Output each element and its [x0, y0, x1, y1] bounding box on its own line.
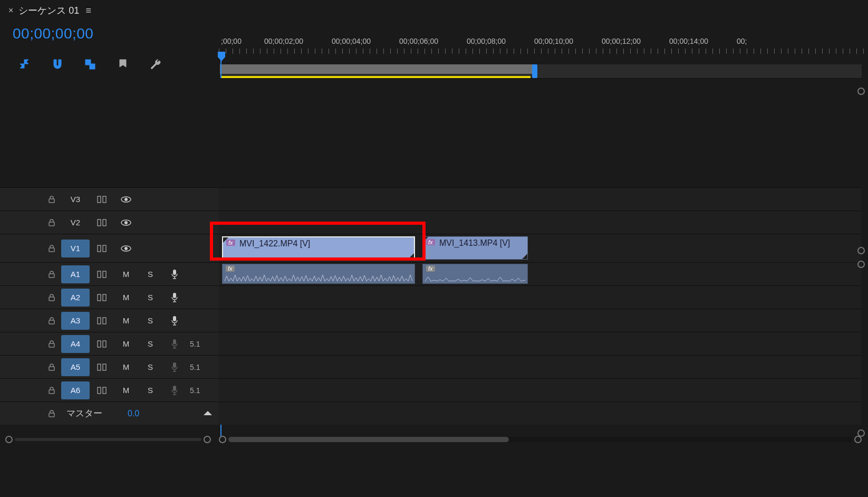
voiceover-mic-icon[interactable]: [162, 316, 187, 326]
lock-icon[interactable]: [42, 386, 61, 395]
timeline-lane-a1[interactable]: fx fx: [219, 262, 862, 285]
source-patch-icon[interactable]: [90, 340, 114, 348]
snap-magnet-icon[interactable]: [51, 58, 64, 71]
marker-icon[interactable]: [116, 58, 130, 71]
timeline-lane-master[interactable]: [219, 402, 862, 425]
vertical-zoom-knob-audio[interactable]: [857, 261, 865, 268]
voiceover-mic-icon[interactable]: [162, 339, 187, 349]
scroll-track[interactable]: [15, 438, 201, 441]
solo-button[interactable]: S: [138, 362, 162, 371]
work-area-range[interactable]: [220, 64, 533, 74]
fx-badge-icon[interactable]: fx: [426, 265, 435, 272]
mute-button[interactable]: M: [114, 270, 138, 279]
source-patch-icon[interactable]: [90, 317, 114, 324]
scroll-thumb[interactable]: [228, 437, 509, 442]
time-ruler[interactable]: ;00;00 00;00;02;00 00;00;04;00 00;00;06;…: [219, 37, 868, 58]
source-patch-icon[interactable]: [90, 219, 114, 226]
timeline-lane-a4[interactable]: [219, 332, 862, 355]
track-header-v3[interactable]: V3: [0, 187, 219, 211]
lock-icon[interactable]: [42, 409, 61, 418]
lock-icon[interactable]: [42, 340, 61, 348]
source-patch-icon[interactable]: [90, 271, 114, 278]
vertical-zoom-knob-top[interactable]: [857, 88, 865, 95]
track-name[interactable]: V3: [61, 190, 90, 208]
lock-icon[interactable]: [42, 195, 61, 204]
work-area-out-handle[interactable]: [532, 64, 537, 78]
lock-icon[interactable]: [42, 218, 61, 227]
clip-in-handle-icon[interactable]: [223, 237, 228, 243]
mute-button[interactable]: M: [114, 386, 138, 395]
clip-out-handle-icon[interactable]: [409, 253, 414, 259]
linked-selection-icon[interactable]: [83, 58, 97, 71]
track-header-a2[interactable]: A2 M S: [0, 285, 219, 309]
timeline-lane-v3[interactable]: [219, 187, 862, 211]
mute-button[interactable]: M: [114, 362, 138, 371]
voiceover-mic-icon[interactable]: [162, 269, 187, 280]
track-name[interactable]: A1: [61, 265, 90, 283]
scroll-zoom-out-icon[interactable]: [219, 436, 226, 443]
track-header-a4[interactable]: A4 M S 5.1: [0, 332, 219, 355]
lock-icon[interactable]: [42, 244, 61, 253]
track-header-a3[interactable]: A3 M S: [0, 309, 219, 332]
clip-out-handle-icon[interactable]: [522, 254, 527, 259]
vertical-zoom-knob-video[interactable]: [857, 247, 865, 254]
source-patch-icon[interactable]: [90, 245, 114, 252]
source-patch-icon[interactable]: [90, 364, 114, 371]
lock-icon[interactable]: [42, 270, 61, 279]
scroll-end-icon[interactable]: [5, 436, 13, 443]
timeline-lane-a6[interactable]: [219, 378, 862, 402]
track-name[interactable]: A3: [61, 312, 90, 330]
solo-button[interactable]: S: [138, 386, 162, 395]
timeline-lane-v1[interactable]: fx MVI_1422.MP4 [V] fx MVI_1413.MP4 [V]: [219, 234, 862, 262]
solo-button[interactable]: S: [138, 316, 162, 325]
source-patch-icon[interactable]: [90, 294, 114, 301]
video-clip[interactable]: fx MVI_1422.MP4 [V]: [222, 236, 415, 260]
track-name[interactable]: V2: [61, 214, 90, 232]
solo-button[interactable]: S: [138, 293, 162, 302]
timeline-lane-a3[interactable]: [219, 309, 862, 332]
track-header-h-scroll[interactable]: [5, 435, 211, 444]
timeline-lane-a2[interactable]: [219, 285, 862, 309]
scroll-zoom-in-icon[interactable]: [854, 436, 862, 443]
audio-clip[interactable]: fx: [422, 264, 528, 284]
close-icon[interactable]: ×: [8, 6, 13, 15]
track-header-a6[interactable]: A6 M S 5.1: [0, 378, 219, 402]
source-patch-icon[interactable]: [90, 387, 114, 394]
track-name[interactable]: A2: [61, 289, 90, 307]
track-header-a1[interactable]: A1 M S: [0, 262, 219, 285]
mute-button[interactable]: M: [114, 339, 138, 348]
sequence-tab-title[interactable]: シーケンス 01: [18, 4, 79, 17]
lock-icon[interactable]: [42, 317, 61, 325]
voiceover-mic-icon[interactable]: [162, 385, 187, 396]
mute-button[interactable]: M: [114, 316, 138, 325]
track-visibility-icon[interactable]: [114, 196, 138, 203]
track-visibility-icon[interactable]: [114, 245, 138, 252]
track-header-master[interactable]: マスター 0.0: [0, 402, 219, 425]
work-area-bar[interactable]: [220, 64, 862, 78]
track-header-a5[interactable]: A5 M S 5.1: [0, 355, 219, 378]
track-header-v2[interactable]: V2: [0, 211, 219, 234]
track-visibility-icon[interactable]: [114, 219, 138, 226]
track-name[interactable]: V1: [61, 240, 90, 257]
master-volume-value[interactable]: 0.0: [128, 409, 139, 418]
source-patch-icon[interactable]: [90, 196, 114, 203]
track-header-v1[interactable]: V1: [0, 234, 219, 262]
voiceover-mic-icon[interactable]: [162, 292, 187, 303]
lock-icon[interactable]: [42, 293, 61, 302]
solo-button[interactable]: S: [138, 270, 162, 279]
scroll-end-icon[interactable]: [204, 436, 211, 443]
settings-wrench-icon[interactable]: [149, 58, 162, 71]
track-name[interactable]: A5: [61, 358, 90, 376]
lock-icon[interactable]: [42, 363, 61, 371]
fx-badge-icon[interactable]: fx: [226, 265, 235, 272]
video-clip[interactable]: fx MVI_1413.MP4 [V]: [422, 236, 528, 260]
timeline-lane-a5[interactable]: [219, 355, 862, 378]
solo-button[interactable]: S: [138, 339, 162, 348]
mute-button[interactable]: M: [114, 293, 138, 302]
audio-clip[interactable]: fx: [222, 264, 415, 284]
timeline-body[interactable]: fx MVI_1422.MP4 [V] fx MVI_1413.MP4 [V] …: [219, 78, 862, 437]
scroll-track[interactable]: [228, 437, 852, 442]
insert-overwrite-icon[interactable]: [18, 58, 32, 71]
voiceover-mic-icon[interactable]: [162, 362, 187, 372]
collapse-expand-icon[interactable]: [202, 409, 213, 418]
